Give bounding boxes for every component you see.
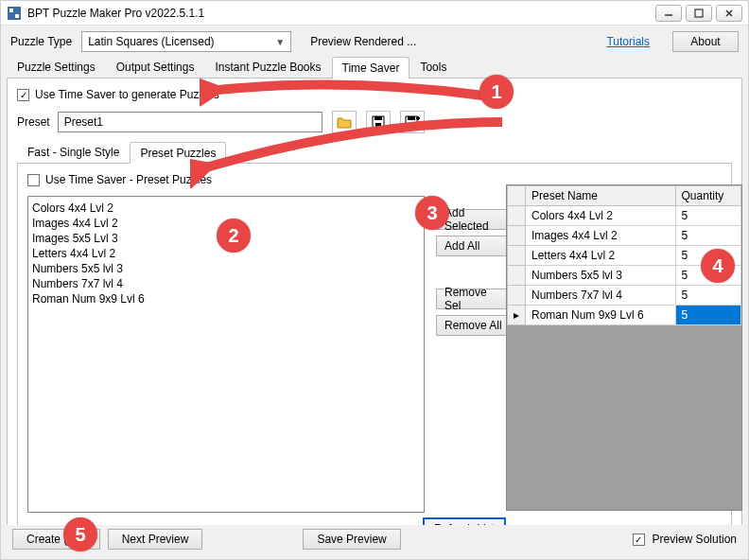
puzzle-type-value: Latin Squares (Licensed) [88, 35, 214, 48]
callout-3: 3 [415, 196, 449, 230]
save-plus-icon [405, 115, 420, 129]
row-indicator-icon: ▸ [508, 306, 526, 325]
table-row: Images 4x4 Lvl 25 [508, 226, 741, 246]
svg-rect-1 [9, 9, 13, 12]
window-controls [655, 5, 742, 22]
use-timesaver-preset-label: Use Time Saver - Preset Puzzles [45, 173, 212, 186]
col-quantity[interactable]: Quantity [675, 186, 740, 206]
selected-presets-table-wrap: Preset Name Quantity Colors 4x4 Lvl 25 I… [506, 184, 742, 511]
header-row: Puzzle Type Latin Squares (Licensed) ▼ P… [1, 26, 748, 56]
tab-fast-single-style[interactable]: Fast - Single Style [17, 141, 130, 163]
list-item[interactable]: Numbers 5x5 lvl 3 [32, 261, 420, 276]
use-timesaver-preset-checkbox[interactable] [27, 174, 40, 186]
preset-action-buttons: Add Selected Add All Remove Sel Remove A… [436, 196, 512, 517]
about-button[interactable]: About [672, 31, 739, 52]
main-tabs: Puzzle Settings Output Settings Instant … [7, 56, 742, 79]
callout-5: 5 [63, 517, 97, 551]
open-preset-button[interactable] [332, 111, 357, 133]
close-button[interactable] [716, 5, 742, 22]
next-preview-button[interactable]: Next Preview [108, 529, 203, 550]
svg-rect-2 [15, 14, 19, 18]
save-preview-button[interactable]: Save Preview [303, 529, 400, 550]
bottom-bar: Create (TS) Next Preview Save Preview ✓ … [7, 525, 742, 553]
preview-rendered-text: Preview Rendered ... [310, 35, 416, 48]
use-timesaver-generate-checkbox[interactable]: ✓ [17, 89, 29, 101]
inner-tabs: Fast - Single Style Preset Puzzles [17, 141, 732, 164]
svg-rect-8 [374, 116, 382, 120]
table-row-selected: ▸Roman Num 9x9 Lvl 65 [508, 306, 741, 325]
svg-rect-11 [408, 116, 415, 120]
tab-puzzle-settings[interactable]: Puzzle Settings [7, 56, 106, 78]
preset-input[interactable] [58, 112, 322, 132]
svg-rect-4 [695, 9, 703, 17]
use-timesaver-generate-label: Use Time Saver to generate Puzzles [35, 88, 219, 101]
chevron-down-icon: ▼ [275, 37, 285, 47]
list-item[interactable]: Colors 4x4 Lvl 2 [32, 201, 420, 216]
puzzle-type-select[interactable]: Latin Squares (Licensed) ▼ [81, 31, 291, 52]
app-window: BPT Puzzle Maker Pro v2022.5.1.1 Puzzle … [0, 0, 749, 560]
preset-row: Preset [17, 111, 732, 133]
table-row: Colors 4x4 Lvl 25 [508, 206, 741, 226]
tab-preset-puzzles[interactable]: Preset Puzzles [130, 142, 226, 164]
preview-solution-label: Preview Solution [653, 533, 737, 546]
col-preset-name[interactable]: Preset Name [526, 186, 676, 206]
window-title: BPT Puzzle Maker Pro v2022.5.1.1 [27, 7, 655, 20]
use-timesaver-generate-row: ✓ Use Time Saver to generate Puzzles [17, 88, 732, 101]
tab-output-settings[interactable]: Output Settings [106, 56, 205, 78]
puzzle-type-label: Puzzle Type [10, 35, 72, 48]
tab-time-saver[interactable]: Time Saver [332, 57, 410, 79]
svg-rect-9 [375, 123, 381, 127]
maximize-button[interactable] [686, 5, 712, 22]
tab-instant-puzzle-books[interactable]: Instant Puzzle Books [204, 56, 331, 78]
callout-1: 1 [479, 75, 514, 109]
titlebar: BPT Puzzle Maker Pro v2022.5.1.1 [1, 1, 748, 26]
add-all-button[interactable]: Add All [436, 236, 512, 256]
table-row: Numbers 7x7 lvl 45 [508, 286, 741, 306]
callout-2: 2 [217, 219, 251, 253]
remove-selected-button[interactable]: Remove Sel [436, 289, 512, 309]
callout-4: 4 [701, 249, 735, 283]
preset-label: Preset [17, 115, 50, 129]
app-icon [7, 6, 22, 21]
list-item[interactable]: Numbers 7x7 lvl 4 [32, 276, 420, 291]
save-preset-as-button[interactable] [400, 111, 425, 133]
save-icon [372, 115, 385, 129]
tab-tools[interactable]: Tools [409, 56, 457, 78]
tutorials-link[interactable]: Tutorials [606, 35, 650, 48]
remove-all-button[interactable]: Remove All [436, 315, 512, 336]
save-preset-button[interactable] [366, 111, 391, 133]
preview-solution-checkbox[interactable]: ✓ [633, 534, 645, 546]
folder-icon [337, 115, 352, 129]
list-item[interactable]: Roman Num 9x9 Lvl 6 [32, 291, 420, 306]
minimize-button[interactable] [655, 5, 682, 22]
